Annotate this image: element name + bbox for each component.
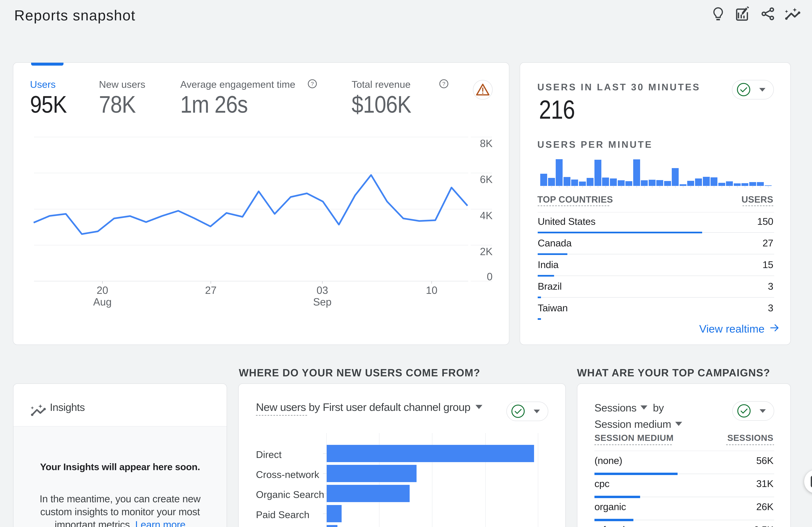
svg-text:03: 03 [317,284,328,296]
svg-text:8K: 8K [480,138,493,149]
svg-text:6K: 6K [480,174,493,185]
svg-text:4K: 4K [480,210,493,221]
svg-text:20: 20 [97,284,108,296]
svg-text:27: 27 [205,284,216,296]
svg-text:Aug: Aug [93,296,112,308]
svg-text:10: 10 [426,284,437,296]
svg-text:Sep: Sep [313,296,331,308]
svg-text:0: 0 [487,271,493,282]
svg-text:2K: 2K [480,246,493,257]
